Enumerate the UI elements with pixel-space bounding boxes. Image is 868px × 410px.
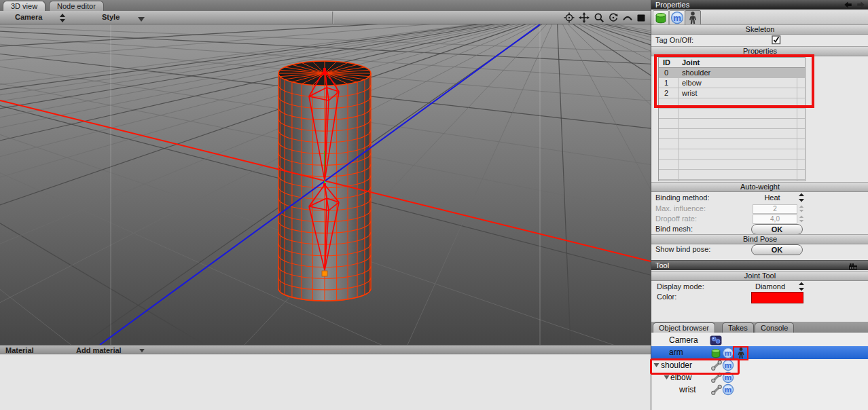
svg-text:m: m	[725, 385, 732, 394]
joint-table-header: ID Joint	[659, 58, 805, 68]
material-icon: m	[722, 384, 734, 396]
skeleton-icon	[735, 347, 747, 359]
properties-panel-title: Properties	[655, 1, 689, 9]
camera-icon	[710, 334, 722, 346]
zoom-icon[interactable]	[594, 12, 604, 23]
binding-method-spinner[interactable]	[798, 193, 805, 202]
material-icon: m	[722, 371, 734, 384]
show-bind-pose-button[interactable]: OK	[751, 244, 803, 255]
joints-section-header: Properties	[651, 46, 868, 56]
binding-method-value[interactable]: Heat	[751, 193, 793, 202]
material-panel[interactable]	[0, 354, 651, 410]
camera-menu[interactable]: Camera	[15, 13, 42, 21]
joint-color-label: Color:	[657, 293, 676, 301]
rotate-icon[interactable]	[608, 12, 619, 23]
svg-text:m: m	[725, 373, 732, 382]
tool-panel-icon[interactable]	[848, 262, 858, 270]
tree-row-camera[interactable]: Camera	[651, 334, 868, 346]
back-arrow-icon[interactable]	[844, 1, 852, 9]
pan-icon[interactable]	[579, 12, 590, 23]
dropoff-rate-spinner[interactable]	[799, 215, 804, 223]
style-menu[interactable]: Style	[102, 13, 120, 21]
material-icon: m	[722, 359, 734, 371]
svg-text:m: m	[673, 13, 681, 23]
viewport-toolbar: Camera Style	[0, 11, 651, 24]
tab-console[interactable]: Console	[755, 322, 794, 333]
joint-color-swatch[interactable]	[751, 292, 803, 303]
properties-panel: Properties m	[651, 0, 868, 410]
tree-row-arm[interactable]: arm m	[651, 346, 868, 359]
auto-weight-header: Auto-weight	[651, 182, 868, 192]
material-title: Material	[5, 346, 34, 354]
toolbar-divider	[332, 12, 333, 24]
display-mode-value[interactable]: Diamond	[748, 282, 792, 291]
max-influence-spinner[interactable]	[799, 205, 804, 212]
col-id: ID	[663, 58, 670, 67]
orbit-icon[interactable]	[564, 12, 575, 23]
camera-spinner-icon[interactable]	[57, 13, 68, 24]
bind-mesh-button[interactable]: OK	[751, 224, 803, 235]
svg-text:m: m	[725, 360, 732, 370]
viewport-3d[interactable]	[0, 24, 651, 345]
object-tree: Camera arm m	[651, 333, 868, 410]
bone-icon	[710, 359, 723, 371]
bone-icon	[710, 371, 723, 384]
disclosure-triangle-icon[interactable]	[664, 375, 670, 380]
material-icon[interactable]: m	[669, 10, 685, 25]
binding-method-label: Binding method:	[655, 193, 710, 202]
properties-panel-header: Properties	[651, 0, 868, 10]
max-influence-value[interactable]: 2	[753, 204, 797, 214]
style-dropdown-icon[interactable]	[136, 14, 147, 25]
add-material-menu[interactable]: Add material	[76, 346, 122, 354]
skeleton-icon[interactable]	[685, 10, 701, 25]
bind-pose-header: Bind Pose	[651, 234, 868, 244]
joint-row-wrist[interactable]: 2 wrist	[659, 88, 805, 98]
bind-mesh-label: Bind mesh:	[655, 225, 693, 233]
browser-tabstrip: Object browser Takes Console	[651, 322, 868, 333]
tool-panel-header: Tool	[651, 260, 868, 270]
tag-onoff-label: Tag On/Off:	[655, 36, 693, 44]
object-type-tabs: m	[651, 10, 868, 24]
skeleton-section-header: Skeleton	[651, 24, 868, 35]
material-bar: Material Add material	[0, 345, 651, 354]
joint-row-elbow[interactable]: 1 elbow	[659, 78, 805, 88]
disclosure-triangle-icon[interactable]	[653, 362, 659, 368]
show-bind-pose-label: Show bind pose:	[655, 245, 710, 253]
dropoff-rate-value[interactable]: 4,0	[753, 215, 797, 224]
tab-3d-view[interactable]: 3D view	[3, 1, 46, 12]
display-mode-label: Display mode:	[657, 282, 704, 291]
forward-arrow-icon[interactable]	[856, 1, 865, 9]
joint-table[interactable]: ID Joint 0 shoulder 1 elbow 2 wrist	[658, 57, 806, 181]
max-influence-label: Max. influence:	[655, 204, 706, 212]
bone-icon	[710, 384, 723, 396]
material-icon: m	[722, 347, 734, 359]
object-icon[interactable]	[653, 10, 669, 25]
dropoff-rate-label: Dropoff rate:	[655, 215, 697, 223]
col-joint: Joint	[682, 58, 700, 67]
solid-square-icon[interactable]	[636, 12, 647, 23]
tag-onoff-checkbox[interactable]	[772, 35, 781, 45]
tree-row-elbow[interactable]: elbow m	[651, 371, 868, 384]
tree-row-wrist[interactable]: wrist m	[651, 384, 868, 396]
display-mode-spinner[interactable]	[798, 282, 805, 291]
view-tabstrip: 3D view Node editor	[0, 0, 651, 11]
object-icon	[710, 347, 722, 359]
svg-text:m: m	[725, 348, 732, 358]
tree-row-shoulder[interactable]: shoulder m	[651, 359, 868, 371]
tab-takes[interactable]: Takes	[722, 322, 754, 333]
tab-node-editor[interactable]: Node editor	[49, 1, 104, 12]
tab-object-browser[interactable]: Object browser	[653, 322, 715, 333]
arc-icon[interactable]	[622, 12, 633, 23]
app-window: 3D view Node editor Camera Style	[0, 0, 868, 410]
joint-row-shoulder[interactable]: 0 shoulder	[659, 68, 805, 78]
joint-tool-header: Joint Tool	[651, 271, 868, 281]
